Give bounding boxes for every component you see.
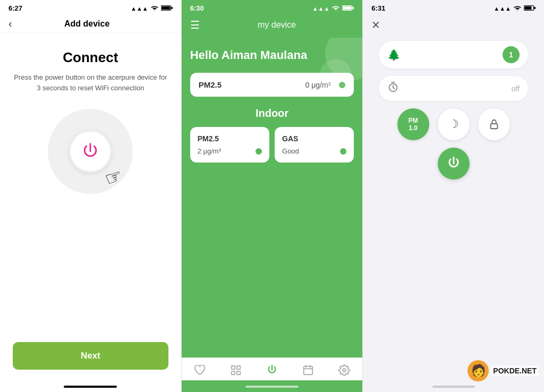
indoor-cards: PM2.5 2 μg/m³ GAS Good <box>190 127 354 163</box>
indoor-gas-label: GAS <box>282 134 346 143</box>
wifi-icon-3 <box>513 5 522 12</box>
status-time-3: 6:31 <box>371 4 385 12</box>
power-on-icon <box>446 156 461 171</box>
indoor-pm25-value: 2 μg/m³ <box>198 147 221 155</box>
home-indicator-3 <box>432 386 475 388</box>
p2-header: ☰ my device <box>182 14 363 38</box>
status-icons-1: ▲▲▲ <box>131 5 173 12</box>
power-button[interactable] <box>438 148 470 180</box>
nav-power-icon[interactable] <box>266 364 278 376</box>
svg-rect-6 <box>232 366 235 369</box>
svg-rect-20 <box>490 124 497 129</box>
p3-body: 🌲 1 off PM1.0 ☽ <box>363 36 544 380</box>
night-mode-button[interactable]: ☽ <box>438 108 470 140</box>
power-illustration: ☞ <box>48 109 133 194</box>
svg-rect-9 <box>237 371 240 374</box>
signal-icon-1: ▲▲▲ <box>131 5 148 12</box>
indoor-section: Indoor PM2.5 2 μg/m³ GAS Good <box>190 107 354 163</box>
add-device-panel: 6:27 ▲▲▲ ‹ Add device Connect Press the … <box>0 0 182 392</box>
power-icon-svg <box>81 142 100 161</box>
home-indicator-2 <box>245 386 299 388</box>
connect-content: Connect Press the power button on the ac… <box>0 33 181 380</box>
nav-grid-icon[interactable] <box>230 364 242 376</box>
pm10-button[interactable]: PM1.0 <box>397 108 429 140</box>
svg-rect-2 <box>162 6 170 9</box>
page-title-1: Add device <box>16 19 158 29</box>
pokde-text: POKDE.NET <box>491 365 539 376</box>
svg-rect-1 <box>171 6 173 8</box>
timer-icon <box>387 81 399 96</box>
status-icons-2: ▲▲▲ <box>312 5 354 12</box>
pokde-avatar: 🧑 <box>468 360 489 381</box>
svg-rect-10 <box>304 367 313 375</box>
pokde-watermark: 🧑 POKDE.NET <box>468 360 539 381</box>
close-button[interactable]: ✕ <box>371 19 380 31</box>
svg-rect-7 <box>237 366 240 369</box>
moon-icon: ☽ <box>448 117 459 131</box>
connect-description: Press the power button on the acerpure d… <box>13 72 168 93</box>
timer-off-label: off <box>512 84 520 93</box>
control-icons-row: PM1.0 ☽ <box>397 108 510 140</box>
home-indicator-1 <box>64 386 117 388</box>
deco-circle-2 <box>320 59 352 91</box>
lock-icon <box>488 118 500 130</box>
nav-calendar-icon[interactable] <box>302 364 314 376</box>
timer-row[interactable]: off <box>379 76 528 101</box>
battery-icon-2 <box>342 5 354 12</box>
status-time-1: 6:27 <box>8 4 22 12</box>
status-icons-3: ▲▲▲ <box>494 5 536 12</box>
status-time-2: 6:30 <box>190 4 204 12</box>
pm-label: PM1.0 <box>409 117 418 132</box>
battery-icon-1 <box>161 5 173 12</box>
svg-point-14 <box>343 369 346 372</box>
hand-cursor-icon: ☞ <box>102 164 125 191</box>
indoor-pm25-row: 2 μg/m³ <box>198 147 262 155</box>
indoor-pm25-card: PM2.5 2 μg/m³ <box>190 127 269 163</box>
mode-selector-row[interactable]: 🌲 1 <box>379 41 528 69</box>
connect-title: Connect <box>63 49 118 66</box>
svg-rect-5 <box>343 6 352 9</box>
signal-icon-2: ▲▲▲ <box>312 5 330 12</box>
indoor-gas-card: GAS Good <box>275 127 354 163</box>
svg-rect-4 <box>353 6 354 8</box>
my-device-panel: 6:30 ▲▲▲ ☰ my device Hello Aiman Maulana… <box>182 0 363 392</box>
indoor-gas-value: Good <box>282 147 299 155</box>
svg-rect-17 <box>524 6 531 9</box>
nav-bar-1: ‹ Add device <box>0 14 181 33</box>
svg-rect-8 <box>232 371 235 374</box>
device-control-panel: 6:31 ▲▲▲ ✕ 🌲 1 off <box>363 0 544 392</box>
svg-rect-16 <box>534 6 536 8</box>
hamburger-menu-icon[interactable]: ☰ <box>190 19 200 31</box>
bottom-nav-2 <box>182 357 363 380</box>
nav-settings-icon[interactable] <box>338 364 350 376</box>
p3-close-row: ✕ <box>363 14 544 36</box>
nature-mode-icon: 🌲 <box>387 48 401 61</box>
status-bar-3: 6:31 ▲▲▲ <box>363 0 544 14</box>
indoor-gas-status-dot <box>340 148 346 155</box>
indoor-gas-row: Good <box>282 147 346 155</box>
next-button[interactable]: Next <box>13 342 168 370</box>
power-circle <box>69 130 112 173</box>
status-bar-1: 6:27 ▲▲▲ <box>0 0 181 14</box>
back-button[interactable]: ‹ <box>8 18 12 30</box>
p2-body: Hello Aiman Maulana PM2.5 0 μg/m³ Indoor… <box>182 38 363 357</box>
lock-button[interactable] <box>478 108 510 140</box>
nav-heart-icon[interactable] <box>194 365 206 376</box>
signal-icon-3: ▲▲▲ <box>494 5 511 12</box>
outdoor-pm25-label: PM2.5 <box>199 80 222 89</box>
status-bar-2: 6:30 ▲▲▲ <box>182 0 363 14</box>
p2-header-title: my device <box>200 20 354 30</box>
indoor-pm25-status-dot <box>256 148 262 155</box>
mode-value-badge: 1 <box>503 46 520 63</box>
battery-icon-3 <box>524 5 536 12</box>
indoor-title: Indoor <box>190 107 354 120</box>
wifi-icon-2 <box>332 5 340 12</box>
indoor-pm25-label: PM2.5 <box>198 134 262 143</box>
wifi-icon-1 <box>150 5 159 12</box>
